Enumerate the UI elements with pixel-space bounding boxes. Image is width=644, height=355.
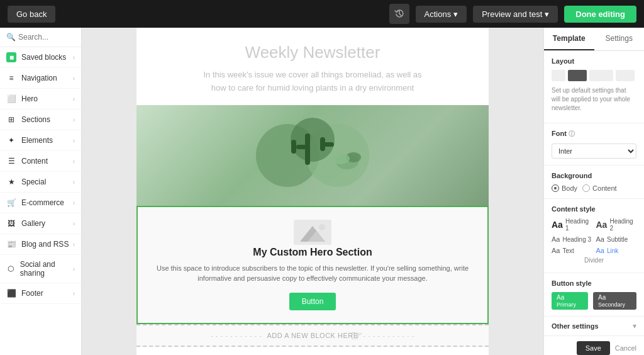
save-button[interactable]: Save (577, 341, 610, 355)
blog-rss-icon: 📰 (6, 239, 16, 249)
sidebar-item-hero[interactable]: ⬜ Hero › (0, 89, 81, 110)
bg-body-option[interactable]: Body (552, 184, 577, 192)
add-block-label: ADD A NEW BLOCK HERE (267, 332, 358, 339)
footer-icon: ⬛ (6, 288, 16, 298)
hero-block-body: Use this space to introduce subscribers … (148, 263, 477, 284)
cs-link[interactable]: Aa Link (596, 247, 637, 254)
other-settings-label: Other settings (552, 322, 599, 330)
sidebar-item-saved-blocks[interactable]: ◼ Saved blocks › (0, 47, 81, 68)
content-style-title: Content style (552, 205, 636, 213)
layout-opt-2[interactable] (568, 70, 587, 81)
search-icon: 🔍 (6, 33, 16, 42)
newsletter-title: Weekly Newsletter (162, 43, 464, 62)
layout-opt-4[interactable] (616, 70, 635, 81)
sidebar-item-content[interactable]: ☰ Content › (0, 151, 81, 172)
sidebar: 🔍 ◼ Saved blocks › ≡ Navigation › ⬜ Hero… (0, 28, 82, 355)
sidebar-item-special[interactable]: ★ Special › (0, 172, 81, 193)
chevron-down-icon: ▾ (453, 9, 458, 19)
font-select[interactable]: Inter (552, 144, 636, 159)
content-style-section: Content style Aa Heading 1 Aa Heading 2 … (544, 199, 644, 273)
subtitle-preview: Aa (596, 235, 604, 243)
sidebar-item-blog-rss[interactable]: 📰 Blog and RSS › (0, 234, 81, 255)
search-input[interactable] (18, 33, 75, 42)
done-editing-button[interactable]: Done editing (564, 6, 636, 23)
content-style-grid: Aa Heading 1 Aa Heading 2 Aa Heading 3 A… (552, 218, 636, 254)
svg-rect-7 (291, 140, 296, 154)
button-style-section: Button style Aa Primary Aa Secondary (544, 273, 644, 317)
saved-blocks-icon: ◼ (6, 52, 16, 62)
add-block-row[interactable]: - - - - - - - - - - - ADD A NEW BLOCK HE… (136, 324, 489, 347)
chevron-right-icon: › (73, 137, 75, 144)
background-options: Body Content (552, 184, 636, 192)
svg-point-14 (319, 224, 325, 230)
cs-subtitle[interactable]: Aa Subtitle (596, 235, 637, 243)
chevron-right-icon: › (73, 179, 75, 186)
chevron-right-icon: › (73, 116, 75, 123)
chevron-down-icon: ▾ (545, 9, 549, 19)
divider-row: Divider (552, 254, 636, 266)
panel-footer: Save Cancel (544, 335, 644, 355)
btn-secondary-aa: Aa (598, 294, 606, 301)
sidebar-item-elements[interactable]: ✦ Elements › (0, 130, 81, 151)
search-box: 🔍 (0, 28, 81, 47)
btn-primary[interactable]: Aa Primary (552, 292, 588, 310)
main-layout: 🔍 ◼ Saved blocks › ≡ Navigation › ⬜ Hero… (0, 28, 644, 355)
go-back-button[interactable]: Go back (8, 6, 55, 23)
hero-cta-button[interactable]: Button (289, 293, 336, 310)
tab-settings[interactable]: Settings (594, 28, 645, 50)
heading2-preview: Aa (596, 220, 608, 230)
preview-button[interactable]: Preview and test ▾ (473, 6, 558, 23)
sidebar-item-ecommerce[interactable]: 🛒 E-commerce › (0, 193, 81, 213)
cactus-svg (250, 115, 375, 196)
button-style-options: Aa Primary Aa Secondary (552, 292, 636, 310)
svg-rect-6 (320, 137, 325, 151)
mountain-icon (294, 220, 331, 245)
cs-heading2[interactable]: Aa Heading 2 (596, 218, 637, 232)
svg-rect-4 (296, 145, 309, 149)
email-canvas: Weekly Newsletter In this week's issue w… (136, 28, 489, 355)
chevron-right-icon: › (73, 75, 75, 82)
btn-primary-aa: Aa (557, 294, 564, 301)
cs-heading3[interactable]: Aa Heading 3 (552, 235, 592, 243)
special-icon: ★ (6, 177, 16, 187)
svg-point-2 (291, 118, 335, 162)
chevron-right-icon: › (73, 290, 75, 297)
chevron-right-icon: › (73, 96, 75, 103)
tab-template[interactable]: Template (544, 28, 594, 50)
hero-block-selected[interactable]: My Custom Hero Section Use this space to… (136, 206, 489, 324)
history-button[interactable] (389, 4, 409, 24)
navigation-icon: ≡ (6, 73, 16, 83)
hero-icon: ⬜ (6, 94, 16, 104)
layout-opt-3[interactable] (589, 70, 613, 81)
btn-secondary[interactable]: Aa Secondary (593, 292, 636, 310)
layout-opt-1[interactable] (552, 70, 565, 81)
sidebar-item-navigation[interactable]: ≡ Navigation › (0, 68, 81, 89)
font-title: Font ⓘ (552, 130, 636, 138)
add-block-dashes-right: - - - - - - - - - - - (364, 332, 414, 339)
bg-content-option[interactable]: Content (582, 184, 617, 192)
right-panel: Template Settings Layout Set up default … (543, 28, 644, 355)
elements-icon: ✦ (6, 135, 16, 145)
sidebar-item-footer[interactable]: ⬛ Footer › (0, 283, 81, 304)
cancel-button[interactable]: Cancel (615, 344, 636, 352)
background-section: Background Body Content (544, 166, 644, 199)
gallery-icon: 🖼 (6, 218, 16, 228)
bg-body-radio (552, 184, 559, 192)
chevron-right-icon: › (73, 200, 75, 206)
sidebar-item-sections[interactable]: ⊞ Sections › (0, 110, 81, 130)
cactus-image (136, 105, 489, 206)
hero-block-title: My Custom Hero Section (148, 247, 477, 258)
add-block-dashes: - - - - - - - - - - - (211, 332, 262, 339)
latest-post-section: Our Latest Post Caring for bromeliads ca… (136, 347, 489, 355)
cs-text[interactable]: Aa Text (552, 247, 592, 254)
chevron-right-icon: › (73, 266, 75, 273)
actions-button[interactable]: Actions ▾ (416, 6, 467, 23)
chevron-right-icon: › (73, 54, 75, 61)
sidebar-item-gallery[interactable]: 🖼 Gallery › (0, 213, 81, 234)
heading3-preview: Aa (552, 235, 560, 243)
cs-heading1[interactable]: Aa Heading 1 (552, 218, 592, 232)
sidebar-item-social-sharing[interactable]: ⬡ Social and sharing › (0, 255, 81, 283)
other-settings-row[interactable]: Other settings ▾ (544, 317, 644, 335)
chevron-down-icon: ▾ (633, 322, 636, 330)
email-canvas-area: Weekly Newsletter In this week's issue w… (82, 28, 543, 355)
